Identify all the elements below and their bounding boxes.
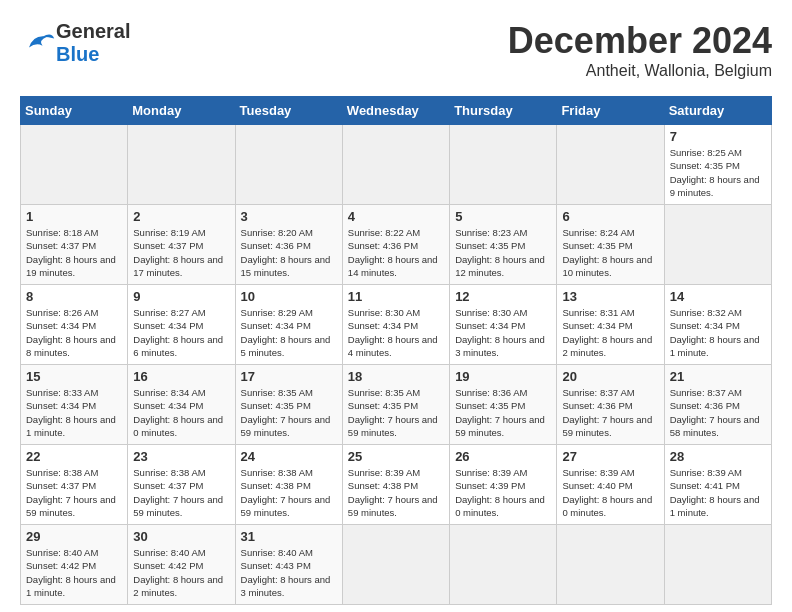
day-info: Sunrise: 8:37 AMSunset: 4:36 PMDaylight:… — [670, 386, 766, 439]
calendar-cell: 28Sunrise: 8:39 AMSunset: 4:41 PMDayligh… — [664, 445, 771, 525]
calendar-cell — [21, 125, 128, 205]
bird-icon — [20, 29, 56, 57]
calendar-cell — [664, 525, 771, 605]
calendar-cell: 8Sunrise: 8:26 AMSunset: 4:34 PMDaylight… — [21, 285, 128, 365]
calendar-cell: 4Sunrise: 8:22 AMSunset: 4:36 PMDaylight… — [342, 205, 449, 285]
calendar-cell: 15Sunrise: 8:33 AMSunset: 4:34 PMDayligh… — [21, 365, 128, 445]
day-info: Sunrise: 8:38 AMSunset: 4:38 PMDaylight:… — [241, 466, 337, 519]
day-info: Sunrise: 8:24 AMSunset: 4:35 PMDaylight:… — [562, 226, 658, 279]
calendar-title: December 2024 — [508, 20, 772, 62]
day-number: 22 — [26, 449, 122, 464]
day-of-week-header: Tuesday — [235, 97, 342, 125]
calendar-cell — [128, 125, 235, 205]
day-info: Sunrise: 8:30 AMSunset: 4:34 PMDaylight:… — [348, 306, 444, 359]
week-row: 1Sunrise: 8:18 AMSunset: 4:37 PMDaylight… — [21, 205, 772, 285]
day-number: 24 — [241, 449, 337, 464]
day-number: 28 — [670, 449, 766, 464]
calendar-cell — [557, 525, 664, 605]
calendar-cell: 2Sunrise: 8:19 AMSunset: 4:37 PMDaylight… — [128, 205, 235, 285]
day-info: Sunrise: 8:39 AMSunset: 4:41 PMDaylight:… — [670, 466, 766, 519]
day-number: 8 — [26, 289, 122, 304]
day-info: Sunrise: 8:35 AMSunset: 4:35 PMDaylight:… — [348, 386, 444, 439]
day-info: Sunrise: 8:23 AMSunset: 4:35 PMDaylight:… — [455, 226, 551, 279]
calendar-cell: 21Sunrise: 8:37 AMSunset: 4:36 PMDayligh… — [664, 365, 771, 445]
calendar-cell: 22Sunrise: 8:38 AMSunset: 4:37 PMDayligh… — [21, 445, 128, 525]
calendar-cell: 1Sunrise: 8:18 AMSunset: 4:37 PMDaylight… — [21, 205, 128, 285]
calendar-cell: 5Sunrise: 8:23 AMSunset: 4:35 PMDaylight… — [450, 205, 557, 285]
calendar-subtitle: Antheit, Wallonia, Belgium — [508, 62, 772, 80]
day-of-week-header: Monday — [128, 97, 235, 125]
day-of-week-header: Thursday — [450, 97, 557, 125]
day-of-week-header: Wednesday — [342, 97, 449, 125]
day-number: 10 — [241, 289, 337, 304]
day-info: Sunrise: 8:36 AMSunset: 4:35 PMDaylight:… — [455, 386, 551, 439]
calendar-cell — [664, 205, 771, 285]
day-number: 25 — [348, 449, 444, 464]
day-number: 31 — [241, 529, 337, 544]
day-info: Sunrise: 8:33 AMSunset: 4:34 PMDaylight:… — [26, 386, 122, 439]
day-of-week-header: Saturday — [664, 97, 771, 125]
day-number: 13 — [562, 289, 658, 304]
day-of-week-header: Sunday — [21, 97, 128, 125]
day-number: 18 — [348, 369, 444, 384]
week-row: 22Sunrise: 8:38 AMSunset: 4:37 PMDayligh… — [21, 445, 772, 525]
page-header: General Blue December 2024 Antheit, Wall… — [20, 20, 772, 80]
calendar-cell — [235, 125, 342, 205]
day-info: Sunrise: 8:22 AMSunset: 4:36 PMDaylight:… — [348, 226, 444, 279]
day-number: 16 — [133, 369, 229, 384]
day-number: 19 — [455, 369, 551, 384]
logo: General Blue — [20, 20, 130, 66]
day-info: Sunrise: 8:39 AMSunset: 4:40 PMDaylight:… — [562, 466, 658, 519]
day-number: 15 — [26, 369, 122, 384]
calendar-cell — [450, 125, 557, 205]
calendar-cell: 13Sunrise: 8:31 AMSunset: 4:34 PMDayligh… — [557, 285, 664, 365]
week-row: 15Sunrise: 8:33 AMSunset: 4:34 PMDayligh… — [21, 365, 772, 445]
calendar-cell: 14Sunrise: 8:32 AMSunset: 4:34 PMDayligh… — [664, 285, 771, 365]
calendar-cell: 17Sunrise: 8:35 AMSunset: 4:35 PMDayligh… — [235, 365, 342, 445]
day-number: 6 — [562, 209, 658, 224]
day-of-week-header: Friday — [557, 97, 664, 125]
calendar-cell: 26Sunrise: 8:39 AMSunset: 4:39 PMDayligh… — [450, 445, 557, 525]
calendar-cell: 23Sunrise: 8:38 AMSunset: 4:37 PMDayligh… — [128, 445, 235, 525]
day-number: 26 — [455, 449, 551, 464]
day-info: Sunrise: 8:39 AMSunset: 4:39 PMDaylight:… — [455, 466, 551, 519]
calendar-cell: 30Sunrise: 8:40 AMSunset: 4:42 PMDayligh… — [128, 525, 235, 605]
calendar-cell: 6Sunrise: 8:24 AMSunset: 4:35 PMDaylight… — [557, 205, 664, 285]
calendar-cell: 9Sunrise: 8:27 AMSunset: 4:34 PMDaylight… — [128, 285, 235, 365]
day-number: 27 — [562, 449, 658, 464]
day-number: 1 — [26, 209, 122, 224]
calendar-cell: 31Sunrise: 8:40 AMSunset: 4:43 PMDayligh… — [235, 525, 342, 605]
day-number: 20 — [562, 369, 658, 384]
day-number: 11 — [348, 289, 444, 304]
calendar-cell: 7Sunrise: 8:25 AMSunset: 4:35 PMDaylight… — [664, 125, 771, 205]
calendar-cell: 11Sunrise: 8:30 AMSunset: 4:34 PMDayligh… — [342, 285, 449, 365]
day-info: Sunrise: 8:29 AMSunset: 4:34 PMDaylight:… — [241, 306, 337, 359]
day-number: 12 — [455, 289, 551, 304]
day-info: Sunrise: 8:38 AMSunset: 4:37 PMDaylight:… — [26, 466, 122, 519]
day-info: Sunrise: 8:40 AMSunset: 4:42 PMDaylight:… — [133, 546, 229, 599]
calendar-cell — [450, 525, 557, 605]
calendar-cell: 10Sunrise: 8:29 AMSunset: 4:34 PMDayligh… — [235, 285, 342, 365]
day-number: 17 — [241, 369, 337, 384]
calendar-cell: 19Sunrise: 8:36 AMSunset: 4:35 PMDayligh… — [450, 365, 557, 445]
day-info: Sunrise: 8:40 AMSunset: 4:42 PMDaylight:… — [26, 546, 122, 599]
day-number: 9 — [133, 289, 229, 304]
calendar-cell: 16Sunrise: 8:34 AMSunset: 4:34 PMDayligh… — [128, 365, 235, 445]
day-number: 5 — [455, 209, 551, 224]
calendar-cell: 18Sunrise: 8:35 AMSunset: 4:35 PMDayligh… — [342, 365, 449, 445]
calendar-cell — [342, 125, 449, 205]
day-number: 21 — [670, 369, 766, 384]
day-number: 23 — [133, 449, 229, 464]
calendar-cell — [342, 525, 449, 605]
week-row: 29Sunrise: 8:40 AMSunset: 4:42 PMDayligh… — [21, 525, 772, 605]
day-info: Sunrise: 8:31 AMSunset: 4:34 PMDaylight:… — [562, 306, 658, 359]
day-number: 14 — [670, 289, 766, 304]
day-info: Sunrise: 8:26 AMSunset: 4:34 PMDaylight:… — [26, 306, 122, 359]
calendar-table: SundayMondayTuesdayWednesdayThursdayFrid… — [20, 96, 772, 605]
day-info: Sunrise: 8:30 AMSunset: 4:34 PMDaylight:… — [455, 306, 551, 359]
day-number: 3 — [241, 209, 337, 224]
day-info: Sunrise: 8:38 AMSunset: 4:37 PMDaylight:… — [133, 466, 229, 519]
day-number: 2 — [133, 209, 229, 224]
logo-general: General — [56, 20, 130, 42]
day-info: Sunrise: 8:20 AMSunset: 4:36 PMDaylight:… — [241, 226, 337, 279]
